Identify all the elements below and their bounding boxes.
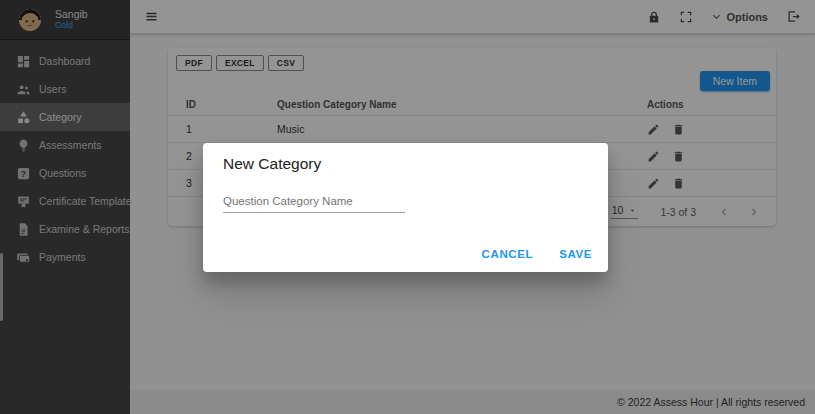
save-button[interactable]: SAVE	[557, 246, 594, 262]
dialog-title: New Category	[223, 155, 321, 173]
new-category-dialog: New Category CANCEL SAVE	[203, 143, 608, 272]
cancel-button[interactable]: CANCEL	[480, 246, 536, 262]
category-name-input[interactable]	[223, 191, 405, 213]
dialog-actions: CANCEL SAVE	[480, 246, 594, 262]
